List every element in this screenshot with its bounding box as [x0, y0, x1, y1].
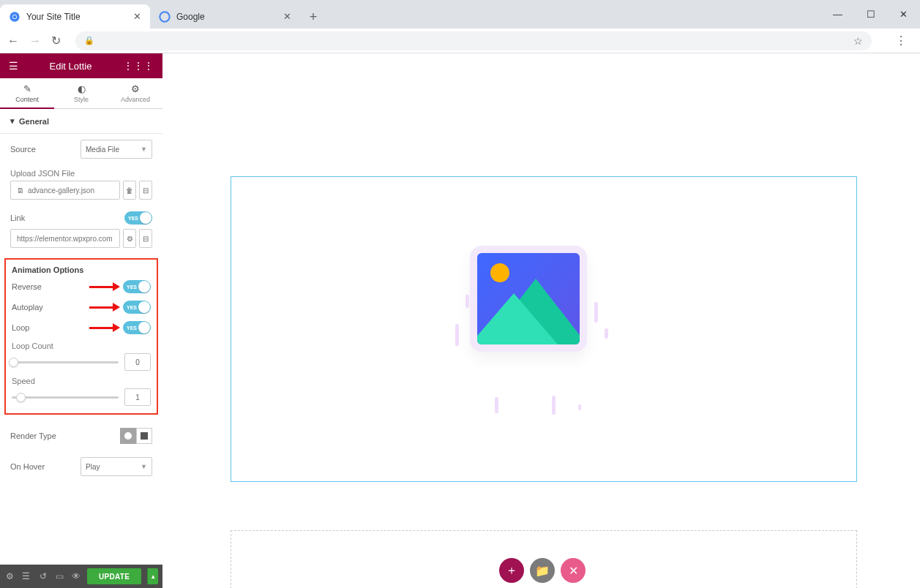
- xpro-button[interactable]: ✕: [561, 558, 586, 583]
- tab-title: Your Site Title: [26, 12, 81, 22]
- render-type-options: [120, 428, 152, 444]
- annotation-arrow-icon: [89, 304, 119, 311]
- speed-input[interactable]: [124, 388, 151, 406]
- update-button[interactable]: UPDATE: [87, 568, 141, 584]
- reload-button[interactable]: ↻: [51, 34, 61, 48]
- link-dynamic-button[interactable]: ⊟: [139, 229, 152, 248]
- loop-toggle[interactable]: YES: [123, 321, 151, 334]
- delete-file-button[interactable]: 🗑: [123, 181, 136, 200]
- upload-label: Upload JSON File: [0, 165, 162, 181]
- on-hover-label: On Hover: [10, 462, 81, 471]
- autoplay-label: Autoplay: [12, 303, 85, 312]
- slider-thumb[interactable]: [16, 393, 26, 402]
- tab-content[interactable]: ✎ Content: [0, 78, 54, 108]
- autoplay-toggle[interactable]: YES: [123, 301, 151, 314]
- render-svg-button[interactable]: [120, 428, 136, 444]
- editor-sidebar: ☰ Edit Lottie ⋮⋮⋮ ✎ Content ◐ Style ⚙ Ad…: [0, 53, 162, 588]
- sparkle-decoration: [578, 404, 581, 410]
- render-type-label: Render Type: [10, 431, 120, 440]
- annotation-arrow-icon: [89, 283, 119, 290]
- new-tab-button[interactable]: +: [303, 7, 324, 27]
- source-select[interactable]: Media File ▼: [81, 140, 152, 159]
- toggle-yes-label: YES: [128, 216, 138, 221]
- chrome-favicon-icon: [9, 11, 20, 23]
- add-template-button[interactable]: 📁: [530, 558, 555, 583]
- back-button[interactable]: ←: [7, 34, 19, 48]
- responsive-icon[interactable]: ▭: [54, 571, 65, 581]
- annotation-arrow-icon: [89, 324, 119, 331]
- bookmark-star-icon[interactable]: ☆: [853, 35, 863, 47]
- widgets-grid-icon[interactable]: ⋮⋮⋮: [123, 60, 154, 72]
- toggle-knob: [138, 301, 150, 313]
- render-canvas-button[interactable]: [136, 428, 152, 444]
- tab-title: Google: [176, 12, 205, 22]
- sidebar-title: Edit Lottie: [50, 61, 92, 72]
- toggle-yes-label: YES: [127, 284, 137, 290]
- window-maximize-button[interactable]: ☐: [854, 0, 887, 29]
- select-value: Play: [86, 463, 100, 471]
- tab-label: Style: [74, 96, 89, 103]
- pencil-icon: ✎: [23, 83, 31, 94]
- sidebar-tabs: ✎ Content ◐ Style ⚙ Advanced: [0, 78, 162, 109]
- history-icon[interactable]: ↺: [37, 571, 48, 581]
- link-url-row: https://elementor.wpxpro.com ⚙ ⊟: [0, 229, 162, 255]
- square-icon: [141, 432, 148, 440]
- sparkle-decoration: [455, 324, 459, 346]
- link-url-input[interactable]: https://elementor.wpxpro.com: [10, 229, 120, 248]
- circle-icon: [124, 432, 132, 440]
- caret-down-icon: ▾: [10, 116, 15, 126]
- sidebar-panel: ▾ General Source Media File ▼ Upload JSO…: [0, 109, 162, 588]
- update-options-button[interactable]: ▲: [147, 568, 158, 584]
- window-close-button[interactable]: ✕: [887, 0, 920, 29]
- navigator-icon[interactable]: ☰: [21, 571, 32, 581]
- sidebar-footer: ⚙ ☰ ↺ ▭ 👁 UPDATE ▲: [0, 565, 162, 588]
- browser-tab-inactive[interactable]: Google ✕: [150, 4, 300, 29]
- select-value: Media File: [86, 146, 119, 154]
- chevron-down-icon: ▼: [141, 463, 147, 470]
- section-general[interactable]: ▾ General: [0, 109, 162, 134]
- lottie-preview-card: [470, 246, 587, 352]
- render-type-row: Render Type: [0, 421, 162, 451]
- forward-button[interactable]: →: [29, 34, 41, 48]
- toggle-yes-label: YES: [127, 305, 137, 310]
- dynamic-tags-button[interactable]: ⊟: [139, 181, 152, 200]
- link-label: Link: [10, 214, 25, 222]
- tab-style[interactable]: ◐ Style: [54, 78, 108, 108]
- upload-filename-input[interactable]: 🗎 advance-gallery.json: [10, 181, 120, 200]
- section-title: General: [19, 117, 49, 126]
- window-minimize-button[interactable]: ―: [821, 0, 854, 29]
- link-toggle[interactable]: YES: [124, 211, 152, 225]
- tab-advanced[interactable]: ⚙ Advanced: [108, 78, 162, 108]
- on-hover-select[interactable]: Play ▼: [81, 457, 152, 476]
- omnibox[interactable]: 🔒 ☆: [75, 31, 872, 50]
- link-options-button[interactable]: ⚙: [123, 229, 136, 248]
- svg-point-3: [160, 12, 169, 21]
- speed-label: Speed: [12, 377, 151, 387]
- reverse-label: Reverse: [12, 282, 85, 291]
- url-value: https://elementor.wpxpro.com: [17, 235, 113, 243]
- chevron-down-icon: ▼: [141, 146, 147, 153]
- google-favicon-icon: [159, 11, 171, 23]
- close-tab-icon[interactable]: ✕: [133, 11, 141, 22]
- sparkle-decoration: [594, 302, 598, 323]
- close-tab-icon[interactable]: ✕: [283, 11, 291, 22]
- upload-json-row: 🗎 advance-gallery.json 🗑 ⊟: [0, 181, 162, 207]
- slider-thumb[interactable]: [9, 358, 18, 367]
- editor-canvas[interactable]: ＋ 📁 ✕: [162, 53, 920, 588]
- settings-icon[interactable]: ⚙: [4, 571, 15, 581]
- add-section-button[interactable]: ＋: [499, 558, 524, 583]
- loop-count-input[interactable]: [124, 353, 151, 371]
- toggle-yes-label: YES: [127, 325, 137, 331]
- reverse-toggle[interactable]: YES: [123, 280, 151, 293]
- speed-slider[interactable]: [12, 396, 119, 399]
- animation-options-box: Animation Options Reverse YES Autoplay Y…: [4, 258, 158, 415]
- preview-icon[interactable]: 👁: [70, 571, 81, 581]
- address-bar: ← → ↻ 🔒 ☆ ⋮: [0, 29, 920, 53]
- browser-menu-button[interactable]: ⋮: [889, 34, 913, 48]
- section-action-buttons: ＋ 📁 ✕: [499, 558, 586, 583]
- sidebar-header: ☰ Edit Lottie ⋮⋮⋮: [0, 53, 162, 78]
- browser-tab-active[interactable]: Your Site Title ✕: [0, 4, 150, 29]
- link-header: Link YES: [0, 207, 162, 229]
- menu-icon[interactable]: ☰: [9, 60, 18, 72]
- loop-count-slider[interactable]: [12, 361, 119, 363]
